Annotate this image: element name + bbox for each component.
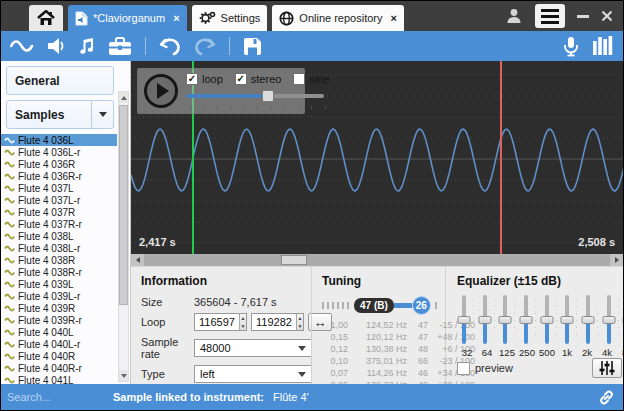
sample-item[interactable]: Flute 4 037R — [1, 206, 117, 218]
sample-item-label: Flute 4 038R — [18, 255, 75, 266]
eq-slider-knob[interactable] — [519, 316, 532, 324]
sample-item[interactable]: Flute 4 037L-r — [1, 194, 117, 206]
sample-item[interactable]: Flute 4 039R-r — [1, 314, 117, 326]
scroll-down-icon[interactable] — [119, 370, 128, 381]
tab-settings[interactable]: Settings — [192, 5, 268, 31]
eq-slider-knob[interactable] — [540, 316, 553, 324]
toolbox-icon[interactable] — [108, 37, 132, 56]
waveform-hscrollbar[interactable] — [131, 254, 623, 266]
eq-band-slider[interactable] — [519, 295, 533, 344]
sample-item[interactable]: Flute 4 039L-r — [1, 290, 117, 302]
audio-file-icon — [75, 11, 88, 26]
loop-start-value[interactable]: 116597 — [195, 314, 239, 330]
checkbox-box[interactable]: ✓ — [186, 73, 198, 85]
close-icon[interactable]: × — [391, 12, 397, 24]
user-icon[interactable] — [505, 7, 523, 25]
loop-start-spinbox[interactable]: 116597 ▲▼ — [194, 313, 247, 331]
slider-knob[interactable] — [262, 90, 274, 102]
minimize-icon[interactable] — [577, 15, 589, 18]
sample-item[interactable]: Flute 4 038R — [1, 254, 117, 266]
caret-down-icon[interactable] — [91, 101, 113, 128]
eq-slider-knob[interactable] — [458, 316, 471, 324]
stereo-checkbox[interactable]: ✓ stereo — [235, 73, 282, 85]
sine-checkbox[interactable]: sine — [293, 73, 329, 85]
eq-band-slider[interactable] — [498, 295, 512, 344]
hscrollbar-thumb[interactable] — [281, 255, 307, 265]
sample-item[interactable]: Flute 4 036L — [1, 134, 117, 146]
organ-pipes-icon[interactable] — [592, 36, 614, 56]
wave-icon[interactable] — [10, 37, 34, 55]
search-input[interactable] — [1, 391, 119, 403]
eq-slider-knob[interactable] — [561, 316, 574, 324]
note-badge[interactable]: 47 (B) — [354, 298, 394, 313]
sample-item[interactable]: Flute 4 039R — [1, 302, 117, 314]
sample-rate-dropdown[interactable]: 48000 — [194, 339, 312, 357]
samples-section-button[interactable]: Samples — [6, 100, 114, 129]
undo-icon[interactable] — [159, 36, 181, 56]
mic-icon[interactable] — [563, 36, 579, 57]
sample-item[interactable]: Flute 4 039L — [1, 278, 117, 290]
eq-slider-knob[interactable] — [499, 316, 512, 324]
eq-band-slider[interactable] — [560, 295, 574, 344]
scroll-up-icon[interactable] — [119, 92, 128, 103]
music-note-icon[interactable] — [78, 37, 95, 56]
sample-item[interactable]: Flute 4 038L — [1, 230, 117, 242]
sample-item[interactable]: Flute 4 040R — [1, 350, 117, 362]
eq-slider-knob[interactable] — [581, 316, 594, 324]
speaker-icon[interactable] — [47, 37, 65, 55]
save-icon[interactable] — [243, 37, 262, 56]
sample-item[interactable]: Flute 4 036R-r — [1, 170, 117, 182]
sample-item[interactable]: Flute 4 038L-r — [1, 242, 117, 254]
sample-item[interactable]: Flute 4 040L — [1, 326, 117, 338]
type-dropdown[interactable]: left — [194, 365, 312, 383]
sample-item[interactable]: Flute 4 040L-r — [1, 338, 117, 350]
playback-position-slider[interactable] — [186, 89, 330, 103]
sample-item[interactable]: Flute 4 041L — [1, 374, 117, 384]
offset-handle[interactable]: 26 — [412, 296, 431, 315]
preview-checkbox[interactable]: preview — [457, 362, 513, 375]
general-section-button[interactable]: General — [6, 66, 114, 95]
equalizer-band-labels: 32641252505001k2k4k8k16k — [457, 347, 624, 358]
loop-end-value[interactable]: 119282 — [252, 314, 296, 330]
scroll-right-icon[interactable] — [610, 254, 623, 266]
menu-icon[interactable] — [535, 4, 565, 28]
redo-icon[interactable] — [194, 36, 216, 56]
eq-band-slider[interactable] — [457, 295, 471, 344]
scrollbar-thumb[interactable] — [119, 105, 128, 305]
tuning-slider[interactable]: 47 (B) 26 — [322, 297, 438, 313]
sample-item[interactable]: Flute 4 037L — [1, 182, 117, 194]
play-button[interactable] — [144, 74, 178, 108]
sample-item[interactable]: Flute 4 036R — [1, 158, 117, 170]
wave-item-icon — [4, 244, 15, 253]
scroll-left-icon[interactable] — [131, 254, 144, 266]
loop-checkbox[interactable]: ✓ loop — [186, 73, 223, 85]
checkbox-box[interactable] — [293, 73, 305, 85]
close-icon[interactable] — [601, 10, 613, 22]
spinner-arrows[interactable]: ▲▼ — [296, 314, 303, 330]
sample-item[interactable]: Flute 4 038R-r — [1, 266, 117, 278]
playhead-cursor[interactable] — [500, 61, 502, 254]
eq-band-slider[interactable] — [478, 295, 492, 344]
sample-item[interactable]: Flute 4 037R-r — [1, 218, 117, 230]
eq-band-slider[interactable] — [581, 295, 595, 344]
link-icon[interactable] — [598, 389, 615, 406]
waveform-view[interactable]: ✓ loop ✓ stereo sine — [131, 61, 623, 254]
eq-band-slider[interactable] — [602, 295, 616, 344]
checkbox-box[interactable] — [457, 362, 470, 375]
tab-online-repository[interactable]: Online repository × — [272, 5, 404, 31]
home-button[interactable] — [29, 5, 63, 31]
faders-icon[interactable] — [592, 358, 622, 378]
sidebar-scrollbar[interactable] — [118, 91, 129, 382]
status-message: Sample linked to instrument: Flûte 4' — [113, 391, 309, 403]
checkbox-box[interactable]: ✓ — [235, 73, 247, 85]
eq-slider-knob[interactable] — [478, 316, 491, 324]
wave-item-icon — [4, 316, 15, 325]
tab-claviorganum[interactable]: *Claviorganum × — [68, 5, 187, 31]
eq-slider-knob[interactable] — [602, 316, 615, 324]
close-icon[interactable]: × — [173, 12, 179, 24]
eq-band-slider[interactable] — [540, 295, 554, 344]
sample-item[interactable]: Flute 4 036L-r — [1, 146, 117, 158]
sample-item[interactable]: Flute 4 040R-r — [1, 362, 117, 374]
loop-end-spinbox[interactable]: 119282 ▲▼ — [251, 313, 304, 331]
spinner-arrows[interactable]: ▲▼ — [239, 314, 246, 330]
